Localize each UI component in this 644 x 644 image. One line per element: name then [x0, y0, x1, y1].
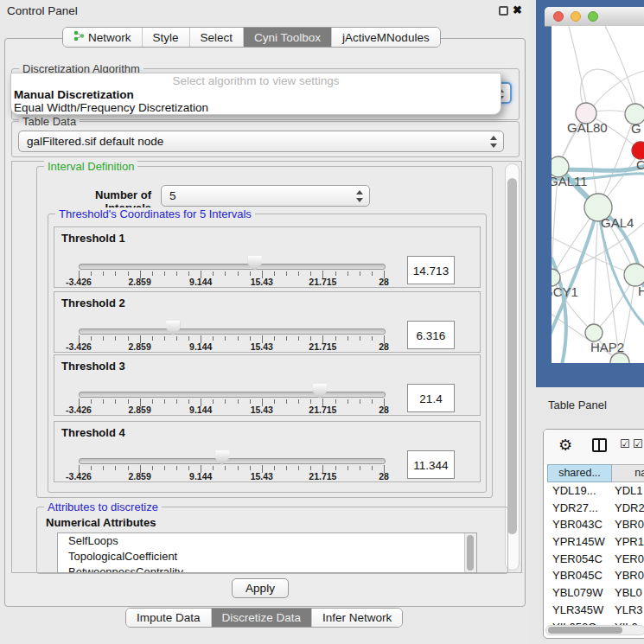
slider-tick	[213, 399, 214, 404]
threshold-panel: Threshold 1-3.4262.8599.14415.4321.71528…	[54, 226, 481, 288]
minimize-traffic-light-icon[interactable]	[571, 11, 581, 22]
attribute-item[interactable]: SelfLoops	[58, 533, 476, 549]
tab-cyni-toolbox[interactable]: Cyni Toolbox	[243, 28, 331, 47]
close-icon[interactable]: ✖	[513, 3, 522, 16]
slider-tick	[176, 466, 177, 470]
slider-track[interactable]	[79, 392, 386, 398]
slider-tick	[225, 399, 226, 404]
slider-tick	[250, 336, 251, 341]
table-cell[interactable]: YBL0	[612, 584, 644, 602]
tab-discretize-data[interactable]: Discretize Data	[211, 609, 312, 627]
column-header[interactable]: shared...	[547, 464, 612, 482]
table-cell[interactable]: YBR0	[612, 516, 644, 533]
apply-button[interactable]: Apply	[232, 578, 289, 598]
slider-tick	[298, 466, 299, 470]
scrollbar-thumb[interactable]	[467, 535, 474, 571]
table-cell[interactable]: YBR045C	[547, 567, 612, 584]
attributes-list[interactable]: SelfLoopsTopologicalCoefficientBetweenne…	[57, 532, 477, 573]
table-row[interactable]: YBL079WYBL0	[547, 584, 644, 602]
table-row[interactable]: YPR145WYPR1	[547, 533, 644, 551]
slider-tick	[238, 336, 239, 341]
tab-jactivemnodules[interactable]: jActiveMNodules	[331, 28, 440, 47]
slider-track[interactable]	[79, 328, 386, 335]
table-cell[interactable]: YLR345W	[547, 602, 612, 619]
tab-impute-data[interactable]: Impute Data	[126, 609, 211, 627]
attributes-list-scrollbar[interactable]	[464, 533, 476, 572]
columns-icon[interactable]	[592, 438, 607, 452]
slider-tick	[335, 336, 336, 341]
slider-tick	[372, 336, 373, 341]
column-header[interactable]: name	[612, 464, 644, 482]
table-cell[interactable]: YBR0	[612, 567, 644, 584]
algorithm-option[interactable]: Manual Discretization	[11, 88, 501, 101]
table-cell[interactable]: YPR1	[612, 533, 644, 551]
table-cell[interactable]: YBL079W	[547, 584, 612, 602]
threshold-value-field[interactable]: 6.316	[407, 321, 455, 349]
float-window-icon[interactable]	[499, 6, 508, 16]
table-horizontal-scrollbar[interactable]	[545, 625, 644, 635]
table-row[interactable]: YER054CYER0	[547, 551, 644, 568]
gear-icon[interactable]: ⚙	[558, 436, 572, 455]
scrollbar-thumb[interactable]	[548, 627, 622, 634]
table-row[interactable]: YIL052CYIL0	[547, 619, 644, 626]
table-row[interactable]: YLR345WYLR3	[547, 602, 644, 619]
checkbox-icon[interactable]: ☑	[620, 437, 630, 450]
table-cell[interactable]: YDR27...	[547, 500, 612, 517]
tab-label: Select	[201, 31, 233, 44]
number-of-intervals-select[interactable]: 5	[161, 185, 370, 207]
network-node[interactable]	[585, 324, 603, 341]
table-row[interactable]: YDR27...YDR2	[547, 500, 644, 517]
table-row[interactable]: YBR043CYBR0	[547, 516, 644, 533]
table-cell[interactable]: YDL1	[612, 482, 644, 500]
table-row[interactable]: YBR045CYBR0	[547, 567, 644, 584]
table-cell[interactable]: YPR145W	[547, 533, 612, 551]
table-cell[interactable]: YDR2	[612, 500, 644, 517]
slider-tick	[188, 271, 189, 276]
tab-infer-network[interactable]: Infer Network	[311, 609, 402, 627]
threshold-value-field[interactable]: 21.4	[407, 384, 455, 412]
slider-tick	[188, 399, 189, 404]
slider-tick	[372, 271, 373, 276]
table-row[interactable]: YDL19...YDL1	[547, 482, 644, 500]
close-traffic-light-icon[interactable]	[553, 11, 564, 22]
scrollbar-thumb[interactable]	[507, 178, 517, 534]
checkbox-icon[interactable]: ☑	[633, 437, 643, 450]
scale-label: 2.859	[128, 405, 150, 415]
attribute-item[interactable]: BetweennessCentrality	[58, 564, 476, 573]
table-cell[interactable]: YIL052C	[547, 619, 612, 626]
tab-select[interactable]: Select	[189, 28, 244, 47]
slider-tick	[152, 336, 153, 341]
network-edge[interactable]	[605, 26, 635, 104]
table-data-select[interactable]: galFiltered.sif default node	[18, 131, 504, 152]
slider-track[interactable]	[79, 458, 386, 464]
table-cell[interactable]: YER054C	[547, 551, 612, 568]
scale-label: 15.43	[251, 341, 273, 352]
combo-arrows-icon	[355, 189, 364, 203]
slider-track[interactable]	[79, 264, 386, 270]
slider-tick	[188, 466, 189, 470]
network-canvas[interactable]: GAL80GCGAL11GAL4GCY1HHAP2	[552, 26, 644, 363]
table-cell[interactable]: YER0	[612, 551, 644, 568]
table-cell[interactable]: YIL0	[612, 619, 644, 626]
tab-style[interactable]: Style	[142, 28, 189, 47]
network-edge[interactable]	[569, 26, 586, 103]
slider-tick	[152, 466, 153, 470]
slider-tick	[213, 466, 214, 470]
threshold-value-field[interactable]: 11.344	[407, 450, 455, 479]
attribute-item[interactable]: TopologicalCoefficient	[58, 549, 476, 564]
tab-network[interactable]: Network	[63, 28, 142, 47]
algorithm-option[interactable]: Equal Width/Frequency Discretization	[11, 101, 501, 114]
network-edge[interactable]	[552, 235, 635, 275]
table-cell[interactable]: YLR3	[612, 602, 644, 619]
slider-tick	[348, 271, 348, 276]
table-cell[interactable]: YDL19...	[547, 482, 612, 500]
zoom-traffic-light-icon[interactable]	[588, 11, 598, 22]
table-cell[interactable]: YBR043C	[547, 516, 612, 533]
network-edge[interactable]	[594, 207, 598, 333]
screen: Control Panel ✖ NetworkStyleSelectCyni T…	[0, 0, 644, 644]
slider-tick	[250, 466, 251, 470]
dropdown-placeholder: Select algorithm to view settings	[11, 73, 501, 88]
threshold-value-field[interactable]: 14.713	[407, 256, 455, 284]
network-node[interactable]	[632, 142, 644, 159]
slider-tick	[115, 336, 116, 341]
